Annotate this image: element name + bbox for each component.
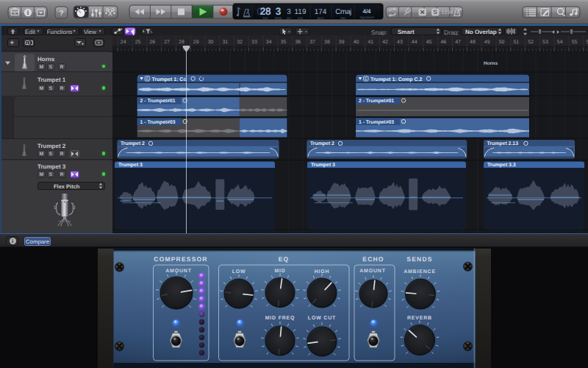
svg-text:Trumpet 3: Trumpet 3 (311, 163, 335, 168)
svg-text:C: C (365, 77, 368, 82)
svg-text:Trumpet 2.13: Trumpet 2.13 (487, 141, 519, 146)
svg-text:C: C (146, 77, 148, 82)
svg-text:2 - Trumpet#01: 2 - Trumpet#01 (359, 99, 394, 104)
svg-text:Trumpet 3.3: Trumpet 3.3 (487, 163, 516, 168)
svg-text:Trumpet 1: Comp C.2: Trumpet 1: Comp C.2 (370, 77, 423, 82)
svg-text:Trumpet 2: Trumpet 2 (121, 141, 145, 146)
svg-text:Trumpet 2: Trumpet 2 (310, 141, 334, 146)
svg-text:2 - Trumpet#01: 2 - Trumpet#01 (140, 99, 176, 104)
svg-text:Trumpet 1: Cc: Trumpet 1: Cc (152, 77, 187, 82)
svg-text:1 - Trumpet#03: 1 - Trumpet#03 (359, 120, 394, 125)
svg-text:1 - Trumpet#03: 1 - Trumpet#03 (140, 120, 176, 125)
svg-text:Trumpet 3: Trumpet 3 (118, 163, 143, 168)
